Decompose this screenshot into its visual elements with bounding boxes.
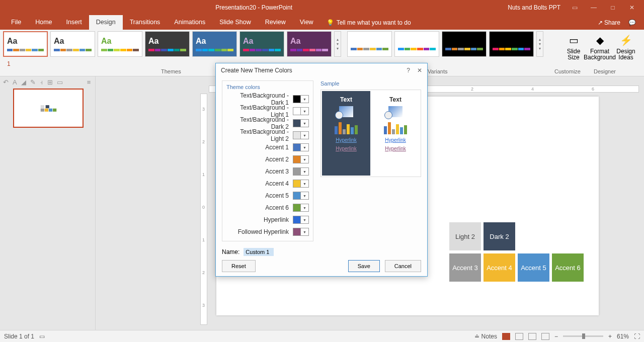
title-bar: Presentation20 - PowerPoint Nuts and Bol… [0, 0, 644, 15]
slide-thumbnails: 1 [0, 76, 96, 330]
color-label: Accent 1 [226, 144, 289, 151]
theme-thumb[interactable]: Aa [239, 31, 284, 57]
tab-home[interactable]: Home [28, 15, 59, 30]
theme-thumb[interactable]: Aa [287, 31, 332, 57]
themes-more[interactable]: ▴▾▾ [334, 31, 341, 57]
sample-preview: TextHyperlinkHyperlink TextHyperlinkHype… [320, 90, 421, 177]
tab-animations[interactable]: Animations [167, 15, 212, 30]
reset-button[interactable]: Reset [222, 260, 256, 272]
tab-slideshow[interactable]: Slide Show [212, 15, 258, 30]
group-designer-label: Designer [594, 68, 616, 74]
theme-thumb[interactable]: Aa [50, 31, 95, 57]
ribbon-tabs: File Home Insert Design Transitions Anim… [0, 15, 644, 30]
zoom-level[interactable]: 61% [617, 333, 629, 340]
variant-thumb[interactable] [347, 31, 392, 57]
spellcheck-icon[interactable]: ▭ [39, 333, 45, 340]
variants-more[interactable]: ▴▾▾ [536, 31, 543, 57]
tab-review[interactable]: Review [258, 15, 293, 30]
color-label: Hyperlink [226, 216, 289, 223]
tab-file[interactable]: File [4, 15, 28, 30]
color-swatch[interactable]: Accent 5 [518, 253, 549, 282]
color-label: Accent 6 [226, 204, 289, 211]
status-bar: Slide 1 of 1 ▭ ≐ Notes − + 61% ⛶ [0, 330, 644, 342]
minimize-icon[interactable]: — [589, 4, 599, 11]
slide-number: 1 [7, 60, 11, 67]
zoom-in-icon[interactable]: + [608, 333, 612, 340]
close-icon[interactable]: ✕ [627, 4, 637, 11]
slideshow-view-icon[interactable] [541, 333, 549, 340]
normal-view-icon[interactable] [502, 333, 510, 340]
color-picker[interactable]: ▼ [293, 204, 309, 212]
theme-thumb[interactable]: Aa [98, 31, 142, 57]
theme-thumb[interactable]: Aa [192, 31, 237, 57]
tell-me[interactable]: 💡Tell me what you want to do [320, 19, 417, 26]
slide-size-button[interactable]: ▭Slide Size [562, 33, 585, 60]
notes-button[interactable]: ≐ Notes [474, 333, 497, 340]
dialog-close-icon[interactable]: ✕ [417, 67, 422, 74]
color-picker[interactable]: ▼ [293, 167, 309, 176]
group-variants-label: Variants [428, 68, 448, 74]
color-picker[interactable]: ▼ [293, 228, 309, 236]
account-name[interactable]: Nuts and Bolts PPT [508, 4, 560, 11]
color-swatch[interactable]: Accent 3 [449, 253, 481, 282]
color-picker[interactable]: ▼ [293, 155, 309, 163]
tab-design[interactable]: Design [89, 15, 123, 30]
color-label: Text/Background - Light 2 [226, 128, 289, 142]
dialog-title: Create New Theme Colors [221, 67, 292, 74]
color-label: Accent 2 [226, 156, 289, 163]
fit-to-window-icon[interactable]: ⛶ [634, 333, 640, 340]
vertical-ruler: 3210123 [200, 94, 207, 325]
document-title: Presentation20 - PowerPoint [0, 4, 508, 11]
color-swatch[interactable]: Accent 4 [484, 253, 515, 282]
theme-name-input[interactable] [244, 248, 274, 256]
format-bg-icon: ◆ [593, 33, 607, 47]
maximize-icon[interactable]: □ [608, 4, 618, 11]
comments-icon[interactable]: 💬 [628, 19, 636, 26]
color-picker[interactable]: ▼ [293, 192, 309, 200]
design-ideas-icon: ⚡ [619, 33, 633, 47]
slide-size-icon: ▭ [567, 33, 581, 47]
color-swatch[interactable]: Dark 2 [484, 222, 515, 250]
zoom-slider[interactable] [563, 335, 603, 337]
color-picker[interactable]: ▼ [293, 180, 309, 188]
variant-thumb[interactable] [394, 31, 439, 57]
color-swatch[interactable]: Light 2 [449, 222, 481, 250]
dialog-titlebar[interactable]: Create New Theme Colors ?✕ [216, 63, 427, 77]
color-swatch[interactable]: Accent 6 [552, 253, 584, 282]
theme-thumb[interactable]: Aa [145, 31, 190, 57]
ribbon-display-icon[interactable]: ▭ [570, 4, 580, 11]
zoom-out-icon[interactable]: − [554, 333, 558, 340]
design-ideas-button[interactable]: ⚡Design Ideas [615, 33, 637, 60]
color-picker[interactable]: ▼ [293, 143, 309, 151]
color-picker[interactable]: ▼ [293, 216, 309, 224]
create-theme-colors-dialog: Create New Theme Colors ?✕ Theme colors … [215, 63, 428, 277]
name-label: Name: [222, 248, 239, 255]
tab-insert[interactable]: Insert [59, 15, 89, 30]
cancel-button[interactable]: Cancel [385, 260, 421, 272]
tab-transitions[interactable]: Transitions [123, 15, 168, 30]
color-label: Accent 3 [226, 168, 289, 175]
save-button[interactable]: Save [348, 260, 380, 272]
theme-colors-heading: Theme colors [226, 84, 309, 90]
group-customize-label: Customize [554, 68, 581, 74]
variants-gallery: ▴▾▾ [347, 31, 543, 57]
themes-gallery: Aa Aa Aa Aa Aa Aa Aa ▴▾▾ [3, 31, 341, 57]
color-label: Followed Hyperlink [226, 228, 289, 235]
tab-view[interactable]: View [293, 15, 320, 30]
theme-thumb[interactable]: Aa [3, 31, 48, 57]
color-picker[interactable]: ▼ [293, 95, 309, 103]
color-picker[interactable]: ▼ [293, 131, 309, 139]
reading-view-icon[interactable] [528, 333, 536, 340]
color-picker[interactable]: ▼ [293, 107, 309, 115]
group-themes-label: Themes [161, 68, 181, 74]
help-icon[interactable]: ? [407, 67, 410, 74]
variant-thumb[interactable] [489, 31, 534, 57]
color-picker[interactable]: ▼ [293, 119, 309, 127]
color-label: Accent 5 [226, 192, 289, 199]
sorter-view-icon[interactable] [515, 333, 523, 340]
format-background-button[interactable]: ◆Format Background [589, 33, 611, 60]
variant-thumb[interactable] [442, 31, 487, 57]
slide-counter[interactable]: Slide 1 of 1 [4, 333, 34, 340]
slide-thumbnail[interactable] [13, 89, 84, 128]
share-button[interactable]: ↗ Share [598, 19, 620, 26]
